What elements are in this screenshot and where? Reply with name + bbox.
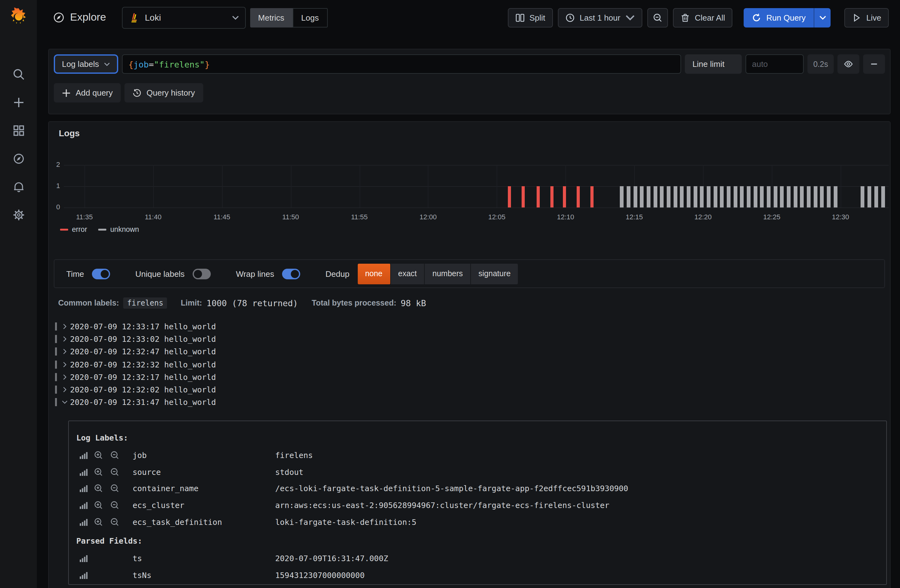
hide-query-eye-button[interactable] — [838, 54, 859, 74]
live-button[interactable]: Live — [844, 8, 889, 27]
explore-compass-icon[interactable] — [12, 152, 25, 165]
detail-key: ecs_task_definition — [123, 517, 275, 527]
filter-for-label-icon[interactable] — [90, 484, 106, 493]
limit-value: 1000 (78 returned) — [206, 298, 298, 308]
page-title: Explore — [53, 11, 106, 24]
time-toggle[interactable] — [92, 268, 110, 279]
legend-item-error[interactable]: error — [60, 226, 87, 233]
filter-out-label-icon[interactable] — [106, 501, 123, 510]
chevron-right-icon[interactable] — [62, 349, 70, 354]
filter-out-label-icon[interactable] — [106, 517, 123, 527]
filter-for-label-icon[interactable] — [90, 517, 106, 527]
loki-logo-icon — [129, 12, 139, 23]
zoom-out-button[interactable] — [647, 8, 668, 27]
filter-for-label-icon[interactable] — [90, 467, 106, 477]
log-row[interactable]: 2020-07-09 12:32:47 hello_world — [55, 345, 884, 358]
run-query-group: Run Query — [744, 8, 831, 27]
add-query-button[interactable]: Add query — [54, 83, 121, 102]
chevron-right-icon[interactable] — [62, 323, 70, 329]
log-level-bar — [55, 385, 57, 394]
unique-labels-toggle-group: Unique labels — [135, 268, 211, 279]
x-axis-tick: 12:30 — [827, 213, 854, 221]
field-stats-icon[interactable] — [76, 571, 90, 579]
dedup-option-numbers[interactable]: numbers — [425, 263, 471, 284]
run-query-dropdown-button[interactable] — [814, 8, 830, 27]
alerting-bell-icon[interactable] — [12, 180, 25, 193]
wrap-lines-toggle[interactable] — [282, 268, 301, 279]
legend-item-unknown[interactable]: unknown — [98, 226, 139, 233]
query-input[interactable]: {job="firelens"} — [122, 54, 681, 74]
dedup-option-exact[interactable]: exact — [391, 263, 425, 284]
chevron-right-icon[interactable] — [62, 387, 70, 392]
log-row[interactable]: 2020-07-09 12:33:17 hello_world — [55, 320, 884, 333]
dedup-option-signature[interactable]: signature — [471, 263, 518, 284]
remove-query-button[interactable] — [863, 54, 885, 74]
unknown-bar — [760, 186, 764, 207]
mode-logs-button[interactable]: Logs — [292, 8, 327, 27]
log-row[interactable]: 2020-07-09 12:32:17 hello_world — [55, 371, 884, 383]
query-history-button[interactable]: Query history — [125, 83, 203, 102]
chevron-down-icon[interactable] — [62, 399, 70, 405]
chevron-right-icon[interactable] — [62, 362, 70, 367]
add-icon[interactable] — [12, 96, 25, 109]
filter-out-label-icon[interactable] — [106, 484, 123, 493]
log-row[interactable]: 2020-07-09 12:32:02 hello_world — [55, 383, 884, 396]
legend-label: unknown — [110, 226, 139, 233]
unknown-bar — [867, 186, 871, 207]
chevron-right-icon[interactable] — [62, 374, 70, 380]
mode-toggle: Metrics Logs — [250, 8, 327, 27]
common-labels-chip: firelens — [124, 297, 167, 309]
field-stats-icon[interactable] — [76, 468, 90, 476]
time-range-picker[interactable]: Last 1 hour — [558, 8, 642, 27]
play-icon — [852, 13, 861, 22]
unknown-bar — [620, 186, 624, 207]
header-actions: Split Last 1 hour Clear All Run Query — [507, 8, 889, 27]
gridline — [64, 207, 889, 208]
grafana-logo-icon[interactable] — [8, 8, 29, 28]
log-timestamp: 2020-07-09 12:33:17 — [70, 322, 164, 331]
log-timestamp: 2020-07-09 12:33:02 — [70, 334, 164, 344]
field-stats-icon[interactable] — [76, 518, 90, 526]
field-stats-icon[interactable] — [76, 501, 90, 509]
log-row[interactable]: 2020-07-09 12:33:02 hello_world — [55, 333, 884, 345]
filter-for-label-icon[interactable] — [90, 450, 106, 460]
filter-out-label-icon[interactable] — [106, 467, 123, 477]
datasource-picker[interactable]: Loki — [122, 6, 245, 28]
sidebar-menu — [12, 68, 25, 221]
log-row[interactable]: 2020-07-09 12:32:32 hello_world — [55, 358, 884, 371]
dedup-label: Dedup — [326, 269, 350, 279]
log-message: hello_world — [164, 334, 216, 344]
unknown-bar — [633, 186, 637, 207]
search-icon[interactable] — [12, 68, 25, 80]
filter-for-label-icon[interactable] — [90, 501, 106, 510]
x-axis-tick: 12:20 — [689, 213, 717, 221]
dedup-option-none[interactable]: none — [357, 263, 391, 284]
configuration-gear-icon[interactable] — [12, 208, 25, 221]
log-row-detail: Log Labels: jobfirelenssourcestdoutconta… — [68, 421, 887, 585]
run-query-button[interactable]: Run Query — [744, 8, 814, 27]
unknown-bar — [874, 186, 878, 207]
unique-labels-toggle[interactable] — [192, 268, 211, 279]
field-stats-icon[interactable] — [76, 554, 90, 562]
chevron-down-icon — [104, 62, 110, 66]
gridline — [153, 165, 154, 207]
detail-row: ecs_task_definitionloki-fargate-task-def… — [76, 514, 886, 531]
filter-out-label-icon[interactable] — [106, 450, 123, 460]
field-stats-icon[interactable] — [76, 484, 90, 493]
clear-all-button[interactable]: Clear All — [673, 8, 733, 27]
unknown-bar — [780, 186, 784, 207]
log-labels-rows: jobfirelenssourcestdoutcontainer_name/ec… — [76, 447, 886, 531]
unknown-bar — [720, 186, 724, 207]
log-level-bar — [55, 360, 57, 368]
detail-row: tsNs1594312307000000000 — [76, 567, 886, 583]
unknown-bar — [740, 186, 744, 207]
unknown-bar — [793, 186, 797, 207]
log-row[interactable]: 2020-07-09 12:31:47 hello_world — [55, 396, 884, 409]
dashboards-icon[interactable] — [12, 124, 25, 137]
log-labels-button[interactable]: Log labels — [55, 56, 117, 73]
split-button[interactable]: Split — [507, 8, 553, 27]
chevron-right-icon[interactable] — [62, 336, 70, 342]
mode-metrics-button[interactable]: Metrics — [250, 8, 292, 27]
field-stats-icon[interactable] — [76, 451, 90, 459]
line-limit-input[interactable] — [746, 54, 804, 74]
